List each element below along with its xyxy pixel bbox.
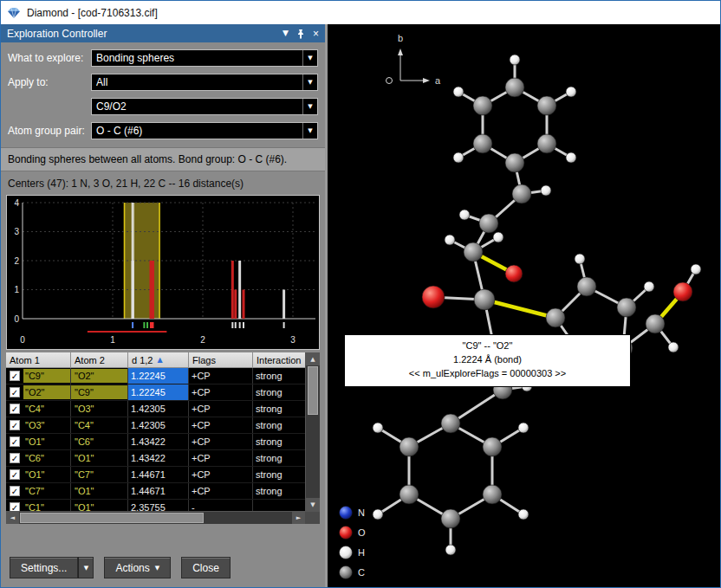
atom-H[interactable] [518,423,529,433]
pin-icon[interactable] [296,29,305,39]
atom-H[interactable] [373,509,383,520]
scroll-right-icon[interactable]: ► [292,512,305,524]
distance-histogram[interactable]: 012340123 [6,195,320,350]
chevron-down-icon[interactable]: ▼ [302,74,317,90]
histogram-bar[interactable] [283,290,285,320]
structure-3d-view[interactable]: b a NOHC "C9" -- "O2" 1.2224 Å (bond) <<… [328,24,720,587]
table-row[interactable]: ✓"O1""C7"1.44671+CPstrong [6,467,305,483]
col-header-flags[interactable]: Flags [189,352,253,368]
col-header-atom2[interactable]: Atom 2 [71,352,128,368]
atom-C[interactable] [537,134,556,153]
atom-O[interactable] [422,286,445,308]
title-bar[interactable]: Diamond - [cod-7106313.cif] [1,1,720,24]
atom-C[interactable] [399,485,419,504]
atom-H[interactable] [453,87,464,97]
row-checkbox[interactable]: ✓ [10,453,20,463]
molecule-canvas[interactable]: b a NOHC [328,24,719,586]
atom-H[interactable] [445,235,455,245]
panel-menu-icon[interactable]: ▼ [283,29,289,37]
row-checkbox[interactable]: ✓ [10,486,20,496]
table-row[interactable]: ✓"O3""C4"1.42305+CPstrong [6,417,305,434]
vertical-scroll-thumb[interactable] [308,366,318,415]
atom-C[interactable] [483,437,502,456]
atom-C[interactable] [512,184,531,204]
row-checkbox[interactable]: ✓ [10,387,20,397]
atom-C[interactable] [464,242,483,262]
atom-H[interactable] [566,152,576,163]
atom-C[interactable] [399,437,419,456]
settings-button[interactable]: Settings... [10,557,78,578]
explore-combo[interactable]: Bonding spheres ▼ [91,49,318,67]
atom-H[interactable] [510,55,520,65]
highlighted-bond[interactable] [484,300,555,318]
table-row[interactable]: ✓"C6""O1"1.43422+CPstrong [6,450,305,467]
vertical-scroll-track[interactable] [306,416,320,498]
table-horizontal-scrollbar[interactable]: ◄ ► [6,511,320,524]
apply-combo[interactable]: All ▼ [91,74,318,91]
scroll-up-icon[interactable]: ▲ [306,352,320,365]
histogram-bar[interactable] [238,261,241,319]
group-combo[interactable]: O - C (#6) ▼ [91,122,318,139]
table-vertical-scrollbar[interactable]: ▲ ▼ [305,352,320,511]
atom-O[interactable] [505,265,523,282]
col-header-atom1[interactable]: Atom 1 [6,352,71,368]
close-panel-icon[interactable]: × [313,29,319,39]
atom-O[interactable] [673,282,692,301]
atom-C[interactable] [617,298,636,317]
atom-C[interactable] [441,414,460,433]
atom-C[interactable] [473,134,492,153]
atom-C[interactable] [479,214,498,233]
atom-C[interactable] [577,277,596,296]
atom-H[interactable] [373,423,383,433]
atom-C[interactable] [483,485,502,504]
chevron-down-icon[interactable]: ▼ [302,99,317,114]
table-row[interactable]: ✓"C1""O1"2.35755- [6,500,305,511]
close-button[interactable]: Close [181,557,231,578]
horizontal-scroll-track[interactable] [205,512,292,524]
bond-table-body[interactable]: ✓"C9""O2"1.22245+CPstrong✓"O2""C9"1.2224… [6,368,305,511]
table-row[interactable]: ✓"O2""C9"1.22245+CPstrong [6,384,305,401]
table-row[interactable]: ✓"C4""O3"1.42305+CPstrong [6,401,305,417]
atom-H[interactable] [541,185,551,196]
horizontal-scroll-thumb[interactable] [20,513,204,523]
panel-caption-bar[interactable]: Exploration Controller ▼ × [1,24,325,42]
histogram-bar[interactable] [234,290,237,320]
col-header-interaction[interactable]: Interaction [253,352,305,368]
pair-combo[interactable]: C9/O2 ▼ [91,98,318,115]
scroll-down-icon[interactable]: ▼ [306,498,320,511]
atom-C[interactable] [441,509,460,528]
row-checkbox[interactable]: ✓ [10,420,20,430]
atom-H[interactable] [459,210,470,220]
actions-button[interactable]: Actions ▼ [104,557,171,578]
atom-C[interactable] [473,96,492,115]
row-checkbox[interactable]: ✓ [10,404,20,414]
histogram-bar[interactable] [152,261,154,319]
settings-dropdown-icon[interactable]: ▼ [78,557,94,578]
row-checkbox[interactable]: ✓ [10,469,20,480]
atom-C[interactable] [474,289,495,310]
atom-C[interactable] [505,153,524,172]
atom-C[interactable] [646,314,665,333]
atom-H[interactable] [575,254,585,264]
atom-C[interactable] [546,308,565,327]
table-row[interactable]: ✓"C7""O1"1.44671+CPstrong [6,483,305,500]
histogram-bar[interactable] [231,261,234,319]
chevron-down-icon[interactable]: ▼ [302,123,317,139]
histogram-bar[interactable] [132,261,134,319]
atom-H[interactable] [566,87,576,97]
row-checkbox[interactable]: ✓ [10,436,20,447]
atom-H[interactable] [518,509,529,520]
chevron-down-icon[interactable]: ▼ [302,50,317,66]
atom-C[interactable] [537,96,556,115]
distance-histogram-svg[interactable]: 012340123 [7,196,322,349]
table-row[interactable]: ✓"C9""O2"1.22245+CPstrong [6,368,305,384]
atom-H[interactable] [691,264,701,275]
col-header-d12[interactable]: d 1,2 ▲ [128,352,189,368]
row-checkbox[interactable]: ✓ [10,371,20,381]
atom-H[interactable] [493,232,503,242]
atom-H[interactable] [668,342,679,352]
histogram-bar[interactable] [243,290,245,320]
atom-H[interactable] [453,152,464,163]
table-row[interactable]: ✓"O1""C6"1.43422+CPstrong [6,434,305,450]
atom-H[interactable] [445,545,456,555]
